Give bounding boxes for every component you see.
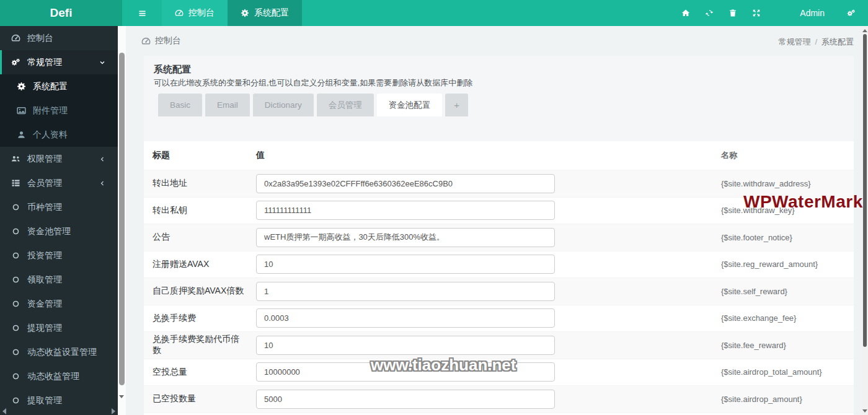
sidebar-item-系统配置[interactable]: 系统配置 — [0, 74, 118, 98]
sidebar-vertical-scrollbar[interactable] — [118, 26, 126, 415]
sidebar-item-label: 控制台 — [27, 33, 53, 44]
page-vertical-scrollbar[interactable] — [862, 26, 868, 415]
sidebar-horizontal-scrollbar[interactable] — [0, 407, 118, 415]
config-var-name: {$site.self_reward} — [721, 287, 854, 296]
config-title: 转出私钥 — [144, 205, 247, 216]
tab-资金池配置[interactable]: 资金池配置 — [377, 94, 443, 116]
sidebar-item-会员管理[interactable]: 会员管理 — [0, 171, 118, 195]
sidebar-toggle-button[interactable] — [122, 0, 162, 26]
list-icon — [9, 178, 22, 188]
table-row: 公告{$site.footer_notice} — [144, 224, 854, 251]
breadcrumb-parent[interactable]: 常规管理 — [778, 37, 810, 46]
column-header-value: 值 — [247, 150, 265, 161]
table-header-row: 标题 值 名称 — [144, 141, 854, 170]
fullscreen-button[interactable] — [745, 0, 768, 26]
sidebar-item-label: 常规管理 — [27, 57, 62, 68]
sidebar-item-label: 权限管理 — [27, 154, 62, 165]
sidebar-item-提现管理[interactable]: 提现管理 — [0, 316, 118, 340]
config-var-name: {$site.footer_notice} — [721, 233, 854, 242]
sidebar-menu: 控制台常规管理系统配置附件管理个人资料权限管理会员管理币种管理资金池管理投资管理… — [0, 26, 118, 413]
scroll-left-arrow-icon[interactable] — [2, 408, 6, 414]
home-button[interactable] — [674, 0, 698, 26]
navbar-tabs: 控制台系统配置 — [162, 0, 302, 26]
sidebar-item-常规管理[interactable]: 常规管理 — [0, 50, 118, 74]
config-value-input[interactable] — [256, 282, 555, 301]
brand-logo[interactable]: Defi — [0, 0, 122, 26]
chevron-left-icon — [96, 180, 108, 186]
tab-会员管理[interactable]: 会员管理 — [317, 94, 374, 116]
sidebar-item-权限管理[interactable]: 权限管理 — [0, 147, 118, 171]
breadcrumb[interactable]: 控制台 — [141, 35, 181, 46]
navbar-right: Admin — [674, 0, 868, 26]
nav-tab-label: 控制台 — [188, 7, 215, 19]
scroll-down-arrow-icon[interactable] — [862, 409, 867, 413]
sidebar-item-附件管理[interactable]: 附件管理 — [0, 98, 118, 123]
config-var-name: {$site.withdraw_address} — [721, 179, 854, 188]
nav-tab-2[interactable]: 系统配置 — [228, 0, 302, 26]
scroll-up-arrow-icon[interactable] — [862, 29, 867, 32]
user-menu[interactable]: Admin — [768, 5, 831, 21]
add-tab-button[interactable]: + — [445, 94, 468, 116]
config-value-input[interactable] — [256, 255, 555, 274]
tab-Dictionary[interactable]: Dictionary — [253, 94, 314, 116]
breadcrumb-current: 系统配置 — [822, 37, 854, 46]
config-var-name: {$site.airdrop_amount} — [721, 395, 854, 404]
config-value-input[interactable] — [256, 336, 555, 355]
sidebar-scrollbar-thumb[interactable] — [119, 53, 125, 385]
breadcrumb-label: 控制台 — [155, 35, 181, 46]
config-title: 空投总量 — [144, 367, 247, 378]
sidebar-item-控制台[interactable]: 控制台 — [0, 26, 118, 50]
tab-Basic[interactable]: Basic — [158, 94, 202, 116]
scroll-right-arrow-icon[interactable] — [112, 408, 115, 414]
config-value-input[interactable] — [256, 390, 555, 409]
user-icon — [15, 130, 27, 139]
config-title: 公告 — [144, 232, 247, 243]
config-var-name: {$site.reg_reward_amount} — [721, 260, 854, 269]
trash-icon — [728, 9, 737, 17]
cogs-icon — [9, 58, 22, 67]
sidebar-item-label: 提现管理 — [27, 323, 62, 334]
config-value-input[interactable] — [256, 174, 555, 193]
config-title: 兑换手续费奖励代币倍数 — [144, 334, 247, 356]
nav-tab-1[interactable]: 控制台 — [162, 0, 228, 26]
tab-Email[interactable]: Email — [205, 94, 250, 116]
sidebar-item-资金池管理[interactable]: 资金池管理 — [0, 219, 118, 243]
sidebar-item-label: 投资管理 — [27, 250, 62, 261]
tachometer-icon — [141, 37, 151, 46]
config-value-input[interactable] — [256, 201, 555, 220]
refresh-icon — [705, 9, 714, 17]
config-value-input[interactable] — [256, 308, 555, 328]
sidebar-item-动态收益管理[interactable]: 动态收益管理 — [0, 364, 118, 388]
sidebar-item-label: 会员管理 — [27, 178, 62, 189]
column-header-name: 名称 — [721, 150, 854, 161]
users-icon — [9, 154, 22, 164]
config-title: 自己质押奖励AVAX倍数 — [144, 286, 247, 297]
sidebar-item-领取管理[interactable]: 领取管理 — [0, 268, 118, 292]
settings-button[interactable] — [839, 0, 863, 26]
image-icon — [15, 106, 27, 115]
circle-icon — [9, 227, 22, 236]
fullscreen-icon — [752, 9, 761, 17]
trash-button[interactable] — [721, 0, 745, 26]
sidebar-item-label: 个人资料 — [33, 129, 68, 141]
sidebar-item-动态收益设置管理[interactable]: 动态收益设置管理 — [0, 340, 118, 364]
sidebar-item-币种管理[interactable]: 币种管理 — [0, 195, 118, 219]
circle-icon — [9, 323, 22, 333]
sidebar-item-label: 附件管理 — [33, 105, 68, 116]
config-value-input[interactable] — [256, 228, 555, 247]
sidebar-item-投资管理[interactable]: 投资管理 — [0, 243, 118, 268]
config-title: 转出地址 — [144, 178, 247, 189]
refresh-button[interactable] — [698, 0, 721, 26]
config-var-name: {$site.exchange_fee} — [721, 313, 854, 323]
sidebar-item-label: 领取管理 — [27, 274, 62, 286]
navbar-actions — [674, 0, 768, 26]
sidebar-item-label: 提取管理 — [27, 395, 62, 406]
page-scrollbar-thumb[interactable] — [863, 34, 867, 347]
sidebar-item-label: 资金池管理 — [27, 226, 71, 237]
top-navbar: Defi 控制台系统配置 Admin — [0, 0, 868, 26]
config-title: 注册赠送AVAX — [144, 259, 247, 270]
table-row: 自己质押奖励AVAX倍数{$site.self_reward} — [144, 278, 854, 305]
sidebar-item-个人资料[interactable]: 个人资料 — [0, 123, 118, 147]
sidebar-item-资金管理[interactable]: 资金管理 — [0, 292, 118, 316]
scroll-down-arrow-icon[interactable] — [119, 395, 124, 398]
